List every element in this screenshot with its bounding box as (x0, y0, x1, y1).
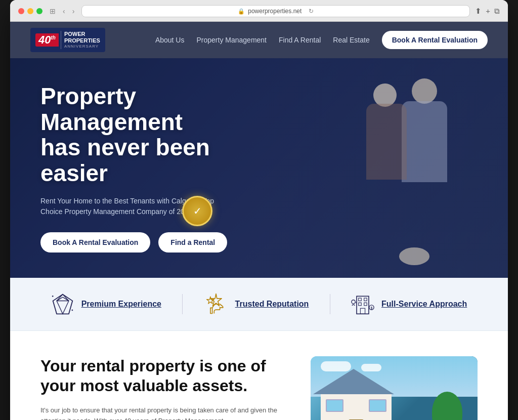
svg-rect-14 (359, 303, 362, 306)
person1-body (402, 101, 447, 182)
tree-shape (432, 392, 462, 420)
award-badge: ✓ (182, 196, 212, 226)
bottom-text: Your rental property is one of your most… (40, 356, 280, 420)
main-nav: 40th POWER PROPERTIES ANNIVERSARY About … (10, 22, 508, 58)
address-bar[interactable]: 🔒 powerproperties.net ↻ (81, 5, 470, 17)
logo-badge: 40th (35, 33, 59, 47)
svg-point-17 (352, 300, 355, 304)
window-icon[interactable]: ⊞ (48, 6, 58, 16)
checkmark-icon: ✓ (193, 205, 202, 217)
house-window-right (369, 399, 386, 412)
website: 40th POWER PROPERTIES ANNIVERSARY About … (10, 22, 508, 420)
hero-subtitle-wrapper: Rent Your Home to the Best Tenants with … (40, 196, 223, 232)
bottom-title: Your rental property is one of your most… (40, 356, 280, 395)
hero-title: Property Management has never been easie… (40, 83, 263, 186)
svg-rect-15 (364, 303, 367, 306)
svg-rect-13 (364, 298, 367, 301)
close-button[interactable] (18, 8, 24, 14)
dog-shape (399, 247, 429, 265)
fullservice-approach-label[interactable]: Full-Service Approach (381, 300, 467, 309)
svg-marker-10 (206, 297, 214, 304)
hero-primary-button[interactable]: Book A Rental Evaluation (40, 232, 150, 253)
person1-head (412, 78, 437, 104)
tree-top (432, 392, 462, 420)
new-tab-icon[interactable]: + (486, 7, 490, 16)
premium-experience-label[interactable]: Premium Experience (81, 300, 161, 309)
feature-fullservice: $ Full-Service Approach (351, 292, 467, 316)
features-bar: Premium Experience Trusted Reputation (10, 278, 508, 331)
hero-section: Property Management has never been easie… (10, 58, 508, 278)
bottom-property-image (311, 356, 478, 420)
hero-content: Property Management has never been easie… (10, 58, 293, 278)
diamond-icon (51, 292, 74, 316)
browser-window: ⊞ ‹ › 🔒 powerproperties.net ↻ ⬆ + ⧉ 40th… (10, 0, 508, 420)
logo[interactable]: 40th POWER PROPERTIES ANNIVERSARY (30, 28, 105, 52)
url-text: powerproperties.net (248, 8, 301, 15)
forward-button[interactable]: › (70, 6, 77, 16)
house-visual (311, 376, 478, 420)
share-icon[interactable]: ⬆ (475, 7, 482, 16)
nav-cta-button[interactable]: Book A Rental Evaluation (382, 31, 488, 49)
house-roof (313, 369, 394, 394)
refresh-icon[interactable]: ↻ (309, 8, 314, 15)
lock-icon: 🔒 (238, 8, 245, 15)
svg-rect-16 (360, 309, 365, 314)
stars-icon (204, 292, 228, 316)
trusted-reputation-label[interactable]: Trusted Reputation (235, 300, 309, 309)
feature-divider-2 (330, 294, 330, 314)
bottom-section: Your rental property is one of your most… (10, 331, 508, 420)
feature-premium: Premium Experience (51, 292, 161, 316)
svg-marker-2 (57, 301, 69, 314)
logo-text: POWER PROPERTIES ANNIVERSARY (61, 31, 100, 49)
hero-secondary-button[interactable]: Find a Rental (158, 232, 227, 253)
browser-actions: ⬆ + ⧉ (475, 7, 500, 16)
tabs-icon[interactable]: ⧉ (494, 7, 500, 16)
nav-link-rental[interactable]: Find A Rental (279, 36, 321, 44)
svg-rect-12 (359, 298, 362, 301)
house-main (321, 392, 392, 420)
feature-trusted: Trusted Reputation (204, 292, 309, 316)
person2-body (366, 104, 407, 180)
nav-link-about[interactable]: About Us (155, 36, 185, 44)
nav-link-realestate[interactable]: Real Estate (333, 36, 369, 44)
minimize-button[interactable] (27, 8, 33, 14)
back-button[interactable]: ‹ (61, 6, 67, 16)
nav-link-property[interactable]: Property Management (196, 36, 267, 44)
svg-text:$: $ (371, 306, 373, 310)
browser-chrome: ⊞ ‹ › 🔒 powerproperties.net ↻ ⬆ + ⧉ (10, 0, 508, 22)
hero-buttons: Book A Rental Evaluation Find a Rental (40, 232, 263, 253)
feature-divider-1 (182, 294, 183, 314)
house-window-left (326, 399, 343, 412)
building-icon: $ (351, 292, 374, 316)
nav-links: About Us Property Management Find A Rent… (155, 31, 488, 49)
browser-nav: ⊞ ‹ › (48, 6, 76, 16)
traffic-lights (18, 8, 42, 14)
maximize-button[interactable] (36, 8, 42, 14)
bottom-description: It's our job to ensure that your rental … (40, 405, 280, 420)
